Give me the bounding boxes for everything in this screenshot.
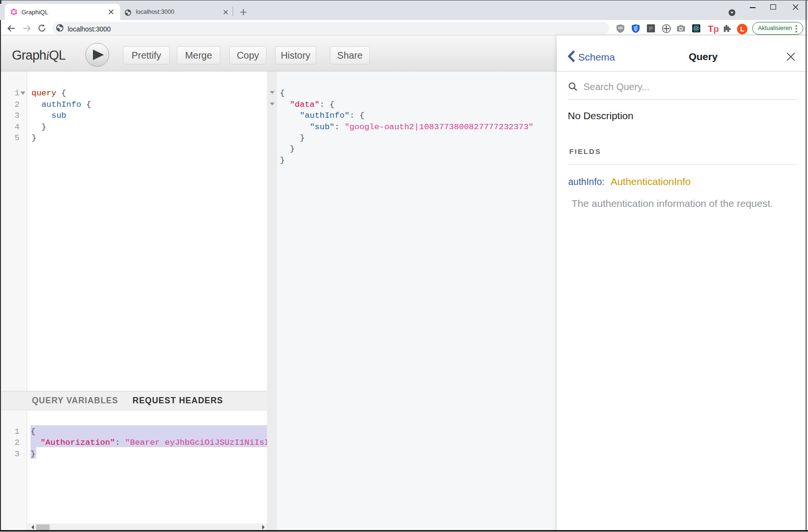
svg-text:UD: UD [618, 26, 623, 30]
svg-text:P: P [649, 26, 653, 31]
